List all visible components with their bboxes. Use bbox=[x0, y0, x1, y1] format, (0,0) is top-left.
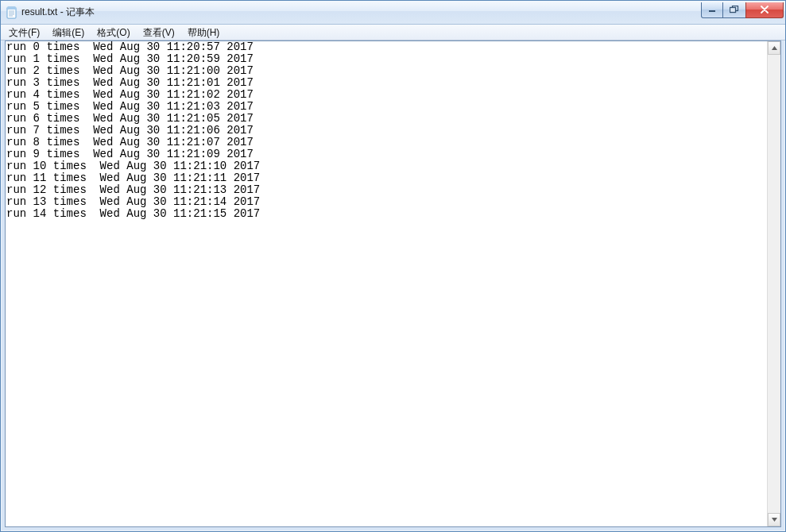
text-line: run 6 times Wed Aug 30 11:21:05 2017 bbox=[6, 113, 767, 125]
menu-file[interactable]: 文件(F) bbox=[2, 25, 46, 40]
scroll-down-button[interactable] bbox=[768, 513, 780, 526]
menu-edit[interactable]: 编辑(E) bbox=[46, 25, 91, 40]
svg-rect-6 bbox=[709, 10, 715, 12]
window-title: result.txt - 记事本 bbox=[21, 6, 95, 19]
titlebar[interactable]: result.txt - 记事本 bbox=[1, 1, 785, 25]
text-line: run 13 times Wed Aug 30 11:21:14 2017 bbox=[6, 196, 767, 208]
menu-help[interactable]: 帮助(H) bbox=[181, 25, 227, 40]
text-line: run 3 times Wed Aug 30 11:21:01 2017 bbox=[6, 77, 767, 89]
text-line: run 12 times Wed Aug 30 11:21:13 2017 bbox=[6, 184, 767, 196]
minimize-button[interactable] bbox=[701, 2, 723, 18]
text-line: run 11 times Wed Aug 30 11:21:11 2017 bbox=[6, 172, 767, 184]
text-line: run 10 times Wed Aug 30 11:21:10 2017 bbox=[6, 160, 767, 172]
menu-view[interactable]: 查看(V) bbox=[137, 25, 181, 40]
maximize-button[interactable] bbox=[722, 2, 746, 18]
vertical-scrollbar[interactable] bbox=[767, 41, 780, 526]
text-line: run 7 times Wed Aug 30 11:21:06 2017 bbox=[6, 125, 767, 137]
svg-rect-1 bbox=[7, 7, 16, 10]
text-editor[interactable]: run 0 times Wed Aug 30 11:20:57 2017run … bbox=[6, 41, 767, 526]
menubar: 文件(F) 编辑(E) 格式(O) 查看(V) 帮助(H) bbox=[1, 25, 785, 40]
close-button[interactable] bbox=[745, 2, 784, 18]
text-line: run 8 times Wed Aug 30 11:21:07 2017 bbox=[6, 137, 767, 148]
text-line: run 2 times Wed Aug 30 11:21:00 2017 bbox=[6, 65, 767, 77]
text-line: run 0 times Wed Aug 30 11:20:57 2017 bbox=[6, 41, 767, 53]
client-area: run 0 times Wed Aug 30 11:20:57 2017run … bbox=[5, 40, 781, 527]
scroll-track[interactable] bbox=[768, 55, 780, 513]
notepad-window: result.txt - 记事本 bbox=[0, 0, 786, 532]
window-controls bbox=[702, 2, 784, 18]
text-line: run 4 times Wed Aug 30 11:21:02 2017 bbox=[6, 89, 767, 101]
svg-rect-9 bbox=[730, 8, 735, 12]
menu-format[interactable]: 格式(O) bbox=[91, 25, 136, 40]
text-line: run 1 times Wed Aug 30 11:20:59 2017 bbox=[6, 53, 767, 65]
scroll-up-button[interactable] bbox=[768, 41, 780, 55]
notepad-app-icon bbox=[6, 6, 18, 19]
text-line: run 9 times Wed Aug 30 11:21:09 2017 bbox=[6, 148, 767, 160]
text-line: run 14 times Wed Aug 30 11:21:15 2017 bbox=[6, 208, 767, 220]
text-line: run 5 times Wed Aug 30 11:21:03 2017 bbox=[6, 101, 767, 113]
